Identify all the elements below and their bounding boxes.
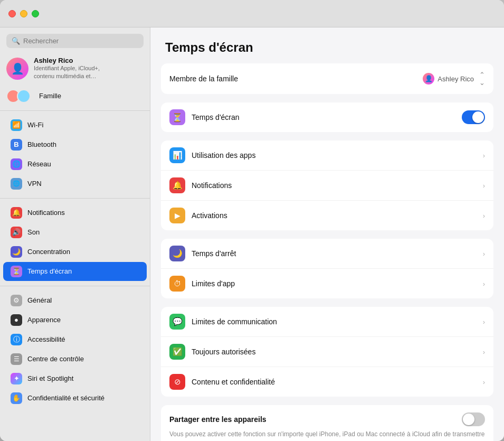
chevron-icon: › bbox=[483, 250, 485, 258]
sidebar-item-reseau[interactable]: 🌐 Réseau bbox=[3, 155, 147, 174]
search-input[interactable] bbox=[23, 37, 138, 45]
wifi-icon: 📶 bbox=[11, 119, 22, 131]
toujoursautorisees-label: Toujours autorisées bbox=[192, 348, 483, 356]
sidebar-item-label: Apparence bbox=[27, 316, 61, 324]
concentration-icon: 🌙 bbox=[11, 246, 22, 258]
family-row-right: 👤 Ashley Rico ⌃⌄ bbox=[423, 71, 485, 87]
sidebar-section-1: 📶 Wi-Fi B Bluetooth 🌐 Réseau bbox=[0, 113, 150, 196]
chevron-icon: › bbox=[483, 212, 485, 220]
group-card-3: 💬 Limites de communication › ✅ Toujours … bbox=[161, 307, 493, 397]
contenu-row[interactable]: ⊘ Contenu et confidentialité › bbox=[161, 367, 493, 397]
family-avatars bbox=[6, 89, 27, 103]
sidebar-item-apparence[interactable]: ● Apparence bbox=[3, 311, 147, 330]
limitescomm-row[interactable]: 💬 Limites de communication › bbox=[161, 307, 493, 337]
toggle-card: ⏳ Temps d'écran bbox=[161, 102, 493, 132]
search-bar[interactable]: 🔍 bbox=[6, 34, 144, 48]
sidebar-item-controle[interactable]: ☰ Centre de contrôle bbox=[3, 350, 147, 369]
limitescomm-label: Limites de communication bbox=[192, 317, 483, 326]
sidebar-item-general[interactable]: ⚙ Général bbox=[3, 291, 147, 310]
titlebar bbox=[0, 0, 504, 27]
notifications-row-label: Notifications bbox=[192, 181, 483, 190]
siri-icon: ✦ bbox=[11, 373, 22, 384]
sidebar-item-accessibilite[interactable]: ⓘ Accessibilité bbox=[3, 330, 147, 349]
sidebar-family[interactable]: Famille bbox=[0, 86, 150, 108]
tempsdecran-icon: ⏳ bbox=[11, 266, 22, 277]
sidebar-item-notifications[interactable]: 🔔 Notifications bbox=[3, 203, 147, 222]
main-body: Membre de la famille 👤 Ashley Rico ⌃⌄ ⏳ … bbox=[150, 63, 504, 441]
sidebar-item-label: Temps d'écran bbox=[27, 267, 72, 275]
sidebar-item-label: VPN bbox=[27, 180, 42, 187]
chevron-icon: › bbox=[483, 348, 485, 356]
sidebar-item-confidentialite[interactable]: ✋ Confidentialité et sécurité bbox=[3, 389, 147, 408]
sidebar-item-wifi[interactable]: 📶 Wi-Fi bbox=[3, 116, 147, 135]
sidebar-item-label: Concentration bbox=[27, 248, 70, 256]
main-header: Temps d'écran bbox=[150, 27, 504, 63]
user-subtitle: Identifiant Apple, iCloud+,contenu multi… bbox=[34, 64, 100, 81]
utilisation-row[interactable]: 📊 Utilisation des apps › bbox=[161, 140, 493, 171]
utilisation-icon: 📊 bbox=[169, 147, 185, 163]
notifications-row-icon: 🔔 bbox=[169, 177, 185, 193]
tempsdecran-toggle-row[interactable]: ⏳ Temps d'écran bbox=[161, 102, 493, 132]
notifications-detail-row[interactable]: 🔔 Notifications › bbox=[161, 171, 493, 201]
page-title: Temps d'écran bbox=[165, 40, 489, 55]
sidebar-item-label: Siri et Spotlight bbox=[27, 374, 73, 382]
maximize-button[interactable] bbox=[32, 10, 39, 17]
limitesapp-row[interactable]: ⏱ Limites d'app › bbox=[161, 269, 493, 298]
close-button[interactable] bbox=[8, 10, 16, 17]
vpn-icon: 🌐 bbox=[11, 178, 22, 190]
sidebar-item-siri[interactable]: ✦ Siri et Spotlight bbox=[3, 369, 147, 388]
sidebar-section-3: ⚙ Général ● Apparence ⓘ Accessibilité bbox=[0, 288, 150, 410]
apparence-icon: ● bbox=[11, 314, 22, 326]
activations-row[interactable]: ▶ Activations › bbox=[161, 201, 493, 230]
share-toggle-knob bbox=[463, 414, 474, 425]
sidebar-item-label: Son bbox=[27, 228, 40, 236]
utilisation-label: Utilisation des apps bbox=[192, 151, 483, 159]
sidebar-item-label: Général bbox=[27, 296, 52, 304]
family-label: Famille bbox=[39, 92, 61, 100]
sidebar-user[interactable]: 👤 Ashley Rico Identifiant Apple, iCloud+… bbox=[0, 52, 150, 86]
limitescomm-icon: 💬 bbox=[169, 314, 185, 330]
sidebar-item-tempsdecran[interactable]: ⏳ Temps d'écran bbox=[3, 262, 147, 281]
toujoursautorisees-row[interactable]: ✅ Toujours autorisées › bbox=[161, 337, 493, 367]
family-avatar-2 bbox=[17, 89, 31, 103]
sidebar-item-vpn[interactable]: 🌐 VPN bbox=[3, 174, 147, 193]
share-description: Vous pouvez activer cette fonction sur n… bbox=[169, 429, 485, 441]
divider-2 bbox=[0, 198, 150, 199]
sidebar-item-son[interactable]: 🔊 Son bbox=[3, 223, 147, 242]
minimize-button[interactable] bbox=[20, 10, 27, 17]
sidebar-item-label: Confidentialité et sécurité bbox=[27, 394, 104, 402]
chevron-icon: › bbox=[483, 280, 485, 288]
family-member-stepper[interactable]: ⌃⌄ bbox=[479, 71, 485, 87]
controle-icon: ☰ bbox=[11, 353, 22, 365]
group-card-2: 🌙 Temps d'arrêt › ⏱ Limites d'app › bbox=[161, 239, 493, 298]
chevron-icon: › bbox=[483, 378, 485, 386]
chevron-icon: › bbox=[483, 152, 485, 159]
accessibilite-icon: ⓘ bbox=[11, 334, 22, 345]
tempsdecran-toggle[interactable] bbox=[462, 110, 485, 124]
family-member-row[interactable]: Membre de la famille 👤 Ashley Rico ⌃⌄ bbox=[161, 63, 493, 94]
sidebar-item-bluetooth[interactable]: B Bluetooth bbox=[3, 135, 147, 154]
family-member-label: Membre de la famille bbox=[169, 74, 423, 83]
tempsarret-label: Temps d'arrêt bbox=[192, 249, 483, 258]
tempsarret-icon: 🌙 bbox=[169, 246, 185, 261]
limitesapp-icon: ⏱ bbox=[169, 276, 185, 292]
divider-1 bbox=[0, 110, 150, 111]
contenu-label: Contenu et confidentialité bbox=[192, 378, 483, 386]
sidebar-item-label: Réseau bbox=[27, 160, 51, 168]
sidebar: 🔍 👤 Ashley Rico Identifiant Apple, iClou… bbox=[0, 27, 150, 441]
tempsarret-row[interactable]: 🌙 Temps d'arrêt › bbox=[161, 239, 493, 269]
tempsdecran-row-icon: ⏳ bbox=[169, 109, 185, 125]
traffic-lights bbox=[8, 10, 39, 17]
share-toggle[interactable] bbox=[462, 412, 485, 426]
sidebar-item-label: Centre de contrôle bbox=[27, 355, 84, 363]
toggle-knob bbox=[472, 111, 484, 123]
share-label: Partager entre les appareils bbox=[169, 415, 462, 424]
activations-icon: ▶ bbox=[169, 208, 185, 223]
share-row: Partager entre les appareils bbox=[169, 412, 485, 426]
limitesapp-label: Limites d'app bbox=[192, 279, 483, 288]
toujoursautorisees-icon: ✅ bbox=[169, 344, 185, 360]
reseau-icon: 🌐 bbox=[11, 158, 22, 170]
sidebar-item-concentration[interactable]: 🌙 Concentration bbox=[3, 242, 147, 261]
sidebar-section-2: 🔔 Notifications 🔊 Son 🌙 Concentration bbox=[0, 201, 150, 284]
group-card-1: 📊 Utilisation des apps › 🔔 Notifications… bbox=[161, 140, 493, 230]
